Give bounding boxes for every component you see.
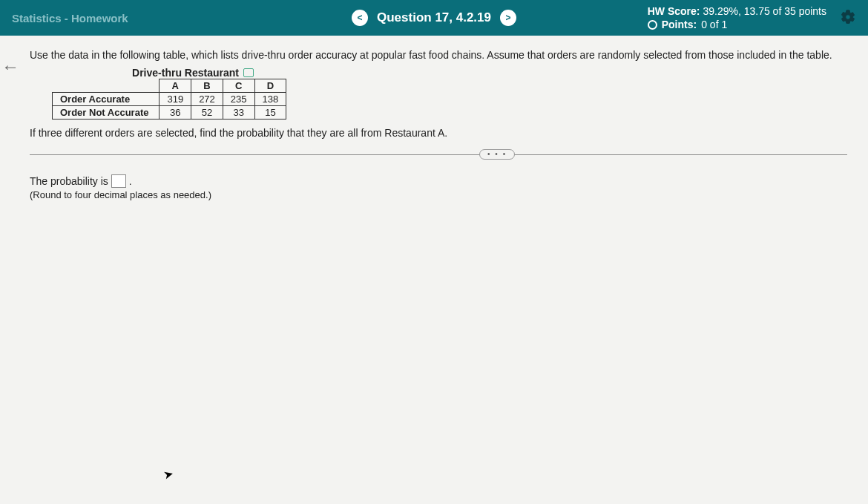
table-cell: 33 xyxy=(223,106,254,120)
score-block: HW Score: 39.29%, 13.75 of 35 points Poi… xyxy=(648,4,826,31)
problem-prompt: If three different orders are selected, … xyxy=(30,127,847,139)
section-divider: • • • xyxy=(30,149,847,160)
hw-score-value: 39.29%, 13.75 of 35 points xyxy=(703,5,826,17)
table-caption: Drive-thru Restaurant xyxy=(132,67,239,79)
col-header: B xyxy=(191,79,223,93)
table-row: Order Not Accurate 36 52 33 15 xyxy=(53,106,286,120)
table-cell: 36 xyxy=(160,106,191,120)
hw-score-label: HW Score: xyxy=(648,5,700,17)
row-label: Order Accurate xyxy=(53,93,160,106)
top-bar: Statistics - Homework < Question 17, 4.2… xyxy=(0,0,868,36)
divider-line xyxy=(30,154,847,155)
settings-button[interactable] xyxy=(840,9,856,27)
next-question-button[interactable]: > xyxy=(500,10,516,26)
table-cell: 272 xyxy=(191,93,223,106)
content-area: ← Use the data in the following table, w… xyxy=(0,36,868,504)
points-status-icon xyxy=(648,20,657,30)
table-cell: 235 xyxy=(223,93,254,106)
prev-question-button[interactable]: < xyxy=(352,10,368,26)
points-label: Points: xyxy=(662,18,697,31)
points-value: 0 of 1 xyxy=(701,18,727,31)
problem-intro: Use the data in the following table, whi… xyxy=(30,49,847,61)
question-nav: < Question 17, 4.2.19 > xyxy=(352,10,516,26)
row-label: Order Not Accurate xyxy=(53,106,160,120)
answer-suffix: . xyxy=(129,175,132,187)
table-cell: 138 xyxy=(254,93,286,106)
table-row: Order Accurate 319 272 235 138 xyxy=(53,93,286,106)
data-table: A B C D Order Accurate 319 272 235 138 O… xyxy=(52,79,286,120)
table-cell: 15 xyxy=(254,106,286,120)
table-cell: 319 xyxy=(160,93,191,106)
back-arrow-button[interactable]: ← xyxy=(1,56,19,77)
probability-input[interactable] xyxy=(111,174,126,188)
copy-table-icon[interactable] xyxy=(243,68,254,77)
table-caption-row: Drive-thru Restaurant xyxy=(52,67,334,79)
table-corner xyxy=(53,79,160,93)
question-label: Question 17, 4.2.19 xyxy=(377,10,491,25)
col-header: A xyxy=(160,79,191,93)
table-cell: 52 xyxy=(191,106,223,120)
mouse-cursor-icon: ➤ xyxy=(162,467,174,483)
breadcrumb: Statistics - Homework xyxy=(12,12,128,24)
col-header: D xyxy=(254,79,286,93)
answer-hint: (Round to four decimal places as needed.… xyxy=(30,189,847,200)
answer-block: The probability is . (Round to four deci… xyxy=(30,174,847,200)
col-header: C xyxy=(223,79,254,93)
expand-button[interactable]: • • • xyxy=(479,149,515,160)
answer-prefix: The probability is xyxy=(30,175,108,187)
gear-icon xyxy=(840,9,856,25)
